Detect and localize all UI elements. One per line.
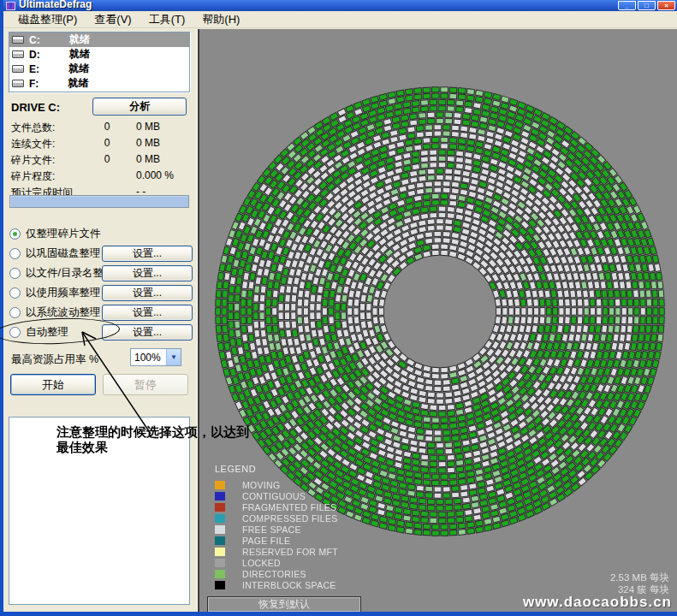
progress-bar [9,195,189,208]
drive-icon [12,50,24,58]
free-space-swatch-icon [215,525,225,534]
drive-icon [12,36,24,44]
stat-fragmented-files: 碎片文件: 0 0 MB [11,153,189,168]
legend-item-free-space: FREE SPACE [215,524,338,535]
drive-name: F: [29,78,39,90]
menu-help[interactable]: 帮助(H) [194,10,247,29]
stat-fragmentation-level: 碎片程度: 0.000 % [11,169,189,184]
menu-bar: 磁盘整理(P) 查看(V) 工具(T) 帮助(H) [3,11,677,28]
legend-item-interblock: INTERBLOCK SPACE [215,579,338,590]
drive-status: 就绪 [68,62,89,76]
legend-title: LEGEND [215,464,338,474]
method-radio[interactable] [9,268,21,279]
legend-item-mft: RESERVED FOR MFT [215,546,338,557]
settings-button[interactable]: 设置... [102,246,193,262]
drive-row-f[interactable]: F: 就绪 [9,76,189,91]
control-panel: C: 就绪 D: 就绪 E: 就绪 F: 就绪 DRIVE C: 分析 文件总数… [3,29,197,612]
drive-row-c[interactable]: C: 就绪 [9,33,189,47]
settings-button[interactable]: 设置... [102,285,193,301]
drive-name: C: [29,34,40,46]
legend-item-fragmented: FRAGMENTED FILES [215,501,338,512]
drive-status: 就绪 [69,33,90,47]
directories-swatch-icon [215,570,225,578]
legend-item-moving: MOVING [215,479,338,490]
compressed-swatch-icon [215,514,225,523]
legend-item-contiguous: CONTIGUOUS [215,490,338,501]
watermark: www.daocaobbs.cn [523,594,672,611]
drive-icon [12,65,24,73]
drive-status: 就绪 [68,76,88,91]
option-auto: 自动整理 设置... [9,323,191,341]
legend-item-locked: LOCKED [215,557,338,568]
drive-icon [12,80,24,87]
fragmented-swatch-icon [215,503,225,512]
start-button[interactable]: 开始 [10,374,96,395]
locked-swatch-icon [215,559,225,567]
disk-map-panel: LEGEND MOVING CONTIGUOUS FRAGMENTED FILE… [199,29,677,612]
block-size-info: 2.53 MB 每块 [610,572,669,584]
chevron-down-icon[interactable]: ▼ [166,349,181,365]
method-radio[interactable] [9,307,21,318]
contiguous-swatch-icon [215,492,225,500]
analyze-button[interactable]: 分析 [92,98,187,116]
selected-drive-title: DRIVE C: [11,101,60,114]
legend-item-compressed: COMPRESSED FILES [215,512,338,524]
stat-contiguous-files: 连续文件: 0 0 MB [11,137,189,151]
drive-list: C: 就绪 D: 就绪 E: 就绪 F: 就绪 [9,32,190,92]
interblock-swatch-icon [215,581,225,589]
legend: LEGEND MOVING CONTIGUOUS FRAGMENTED FILE… [215,464,338,590]
method-radio[interactable] [9,327,21,338]
resource-usage-dropdown[interactable]: 100% ▼ [130,348,181,366]
option-consolidate: 以巩固磁盘整理 设置... [9,245,191,262]
minimize-button[interactable]: _ [618,1,636,10]
dropdown-value: 100% [131,352,166,364]
menu-tools[interactable]: 工具(T) [141,10,193,29]
file-listbox[interactable] [9,417,190,605]
method-radio[interactable] [9,287,21,299]
settings-button[interactable]: 设置... [102,265,193,281]
legend-item-directories: DIRECTORIES [215,568,338,579]
close-button[interactable]: × [657,1,675,10]
option-by-volatility: 以系统波动整理 设置... [9,304,191,321]
app-icon [6,2,15,10]
drive-row-d[interactable]: D: 就绪 [9,47,189,62]
legend-item-page-file: PAGE FILE [215,535,338,546]
stat-total-files: 文件总数: 0 0 MB [11,121,189,135]
method-radio[interactable] [9,228,21,240]
option-fragmented-only: 仅整理碎片文件 [9,225,191,242]
maximize-button[interactable]: □ [638,1,656,10]
settings-button[interactable]: 设置... [102,305,193,321]
settings-button[interactable]: 设置... [102,324,193,341]
resource-usage-label: 最高资源占用率 % [11,352,98,367]
menu-disk-defrag[interactable]: 磁盘整理(P) [10,10,85,29]
restore-default-button[interactable]: 恢复到默认 [207,596,361,612]
menu-view[interactable]: 查看(V) [86,10,139,29]
moving-swatch-icon [215,481,225,489]
pause-button: 暂停 [103,374,188,395]
drive-row-e[interactable]: E: 就绪 [9,62,189,76]
drive-status: 就绪 [69,47,90,62]
drive-name: E: [29,63,39,75]
mft-swatch-icon [215,548,225,556]
drive-name: D: [29,49,40,61]
method-radio[interactable] [9,248,21,259]
page-file-swatch-icon [215,536,225,545]
option-by-frequency: 以使用频率整理 设置... [9,284,191,301]
option-by-filename: 以文件/目录名整理 设置... [9,264,191,281]
app-window: UltimateDefrag _ □ × 磁盘整理(P) 查看(V) 工具(T)… [0,0,677,616]
